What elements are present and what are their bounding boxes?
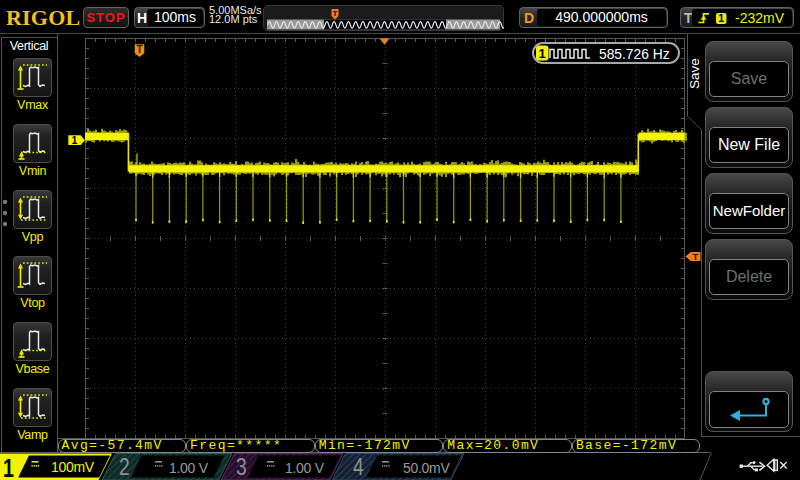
svg-text:T: T [136, 44, 142, 55]
svg-text:1: 1 [539, 46, 546, 61]
svg-text:1: 1 [718, 12, 724, 24]
svg-text:T: T [693, 251, 699, 262]
svg-text:1: 1 [71, 134, 77, 146]
svg-text:T: T [333, 9, 338, 18]
